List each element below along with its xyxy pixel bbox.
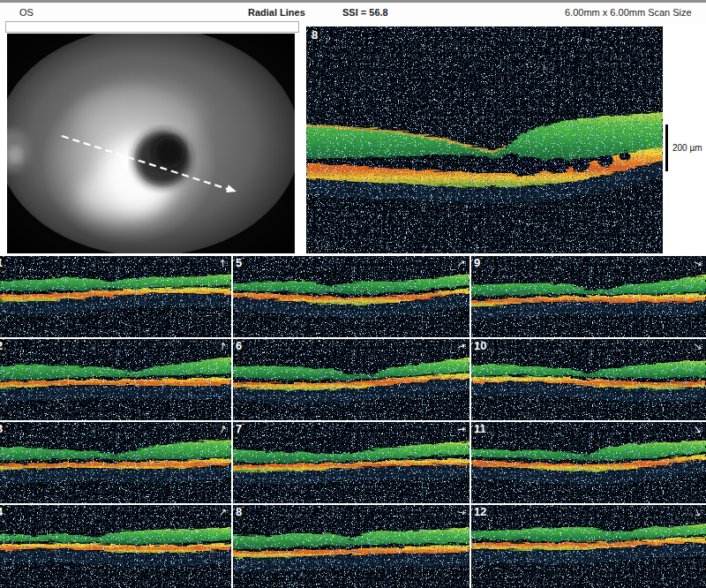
scan-direction-icon — [456, 425, 467, 435]
scale-bar-line — [665, 124, 668, 171]
oct-thumbnail-9[interactable]: 9 — [471, 256, 706, 337]
oct-scan-image — [0, 339, 231, 420]
oct-thumbnail-4[interactable]: 4 — [0, 505, 231, 588]
scale-bar: 200 µm — [665, 124, 702, 171]
oct-thumbnail-3[interactable]: 3 — [0, 422, 231, 503]
oct-scan-image — [0, 422, 231, 503]
oct-scan-image — [233, 505, 469, 588]
oct-scan-image — [471, 422, 706, 503]
scan-number: 11 — [474, 422, 486, 435]
scan-size-label: 6.00mm x 6.00mm Scan Size — [565, 7, 692, 18]
scan-number: 8 — [236, 505, 242, 518]
scale-bar-label: 200 µm — [672, 143, 702, 153]
ssi-label: SSI = 56.8 — [342, 7, 388, 18]
scan-number: 5 — [236, 256, 242, 269]
scan-direction-icon — [455, 507, 467, 518]
oct-thumbnail-1[interactable]: 1 — [0, 256, 231, 337]
scan-direction-icon — [218, 259, 229, 269]
oct-thumbnail-12[interactable]: 12 — [471, 505, 706, 588]
oct-thumbnail-11[interactable]: 11 — [471, 422, 706, 503]
eye-label: OS — [19, 7, 34, 18]
scan-number: 7 — [236, 422, 242, 435]
oct-thumbnail-8[interactable]: 8 — [233, 505, 469, 588]
fundus-image[interactable] — [7, 34, 295, 253]
scan-direction-icon — [217, 341, 229, 352]
oct-scan-image — [0, 505, 231, 588]
scan-number: 3 — [0, 422, 3, 435]
oct-thumbnail-2[interactable]: 2 — [0, 339, 231, 420]
oct-scan-image — [0, 256, 231, 337]
oct-scan-image — [471, 339, 706, 420]
main-oct-scan[interactable]: 8 — [306, 26, 663, 253]
scan-number: 12 — [474, 505, 486, 518]
oct-scan-image — [233, 339, 469, 420]
oct-thumbnail-10[interactable]: 10 — [471, 339, 706, 420]
oct-scan-image — [306, 26, 663, 253]
oct-scan-image — [233, 256, 469, 337]
oct-thumbnail-7[interactable]: 7 — [233, 422, 469, 503]
oct-scan-image — [471, 256, 706, 337]
oct-scan-image — [471, 505, 706, 588]
oct-thumbnail-5[interactable]: 5 — [233, 256, 469, 337]
fundus-titlebar — [5, 21, 299, 33]
scan-number: 2 — [0, 339, 3, 352]
scan-number: 4 — [0, 505, 3, 518]
oct-radial-lines-screen: OS Radial Lines SSI = 56.8 6.00mm x 6.00… — [0, 0, 706, 588]
scan-number: 6 — [236, 339, 242, 352]
scan-number: 10 — [474, 339, 486, 352]
scan-number: 1 — [0, 256, 3, 269]
scan-type-label: Radial Lines — [248, 7, 305, 18]
thumbnail-grid: 1 5 9 2 6 10 3 — [0, 256, 706, 588]
scan-number: 9 — [474, 256, 480, 269]
oct-thumbnail-6[interactable]: 6 — [233, 339, 469, 420]
header-bar: OS Radial Lines SSI = 56.8 6.00mm x 6.00… — [0, 0, 706, 24]
main-scan-number: 8 — [312, 29, 318, 41]
oct-scan-image — [233, 422, 469, 503]
fundus-panel — [5, 21, 299, 253]
